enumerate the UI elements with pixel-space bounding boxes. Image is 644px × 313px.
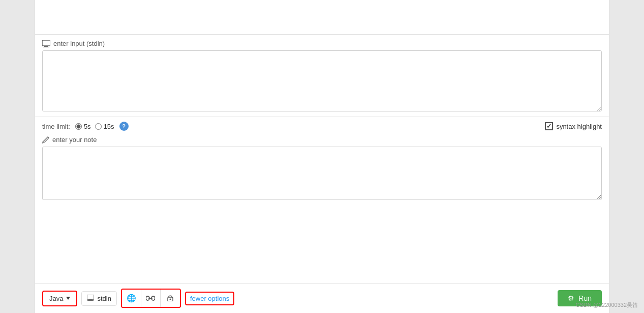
svg-rect-2 [43,47,49,47]
java-language-button[interactable]: Java [42,291,77,306]
stdin-section-label: enter input (stdin) [53,40,105,47]
radio-5s-label: 5s [84,123,91,130]
radio-15s-label: 15s [104,123,114,130]
svg-rect-5 [87,300,94,301]
visibility-icon-group: 🌐 [121,289,181,308]
watermark: CSDN @222000332吴笛 [576,301,638,309]
stdin-btn-icon [87,295,94,302]
globe-button[interactable]: 🌐 [122,290,141,307]
radio-15s-input[interactable] [95,123,102,130]
stdin-btn-label: stdin [97,295,111,302]
lock-icon [167,294,173,303]
top-left-pane [35,0,322,34]
svg-rect-3 [87,295,94,299]
note-section: enter your note [35,136,609,207]
radio-15s[interactable]: 15s [95,123,114,130]
stdin-label: enter input (stdin) [42,40,602,47]
radio-5s[interactable]: 5s [75,123,91,130]
lock-button[interactable] [161,290,180,307]
globe-icon: 🌐 [127,294,136,303]
stdin-section: enter input (stdin) [35,35,609,117]
note-label-row: enter your note [42,136,602,144]
stdin-icon [42,40,50,47]
radio-group: 5s 15s [75,123,114,130]
radio-5s-input[interactable] [75,123,82,130]
time-limit-left: time limit: 5s 15s ? [42,122,129,131]
syntax-highlight-checkbox[interactable] [545,122,553,130]
svg-point-9 [169,298,171,300]
note-textarea[interactable] [42,147,602,200]
svg-rect-4 [88,299,93,300]
syntax-highlight-area: syntax highlight [545,122,602,130]
stdin-textarea[interactable] [42,50,602,111]
stdin-button[interactable]: stdin [81,291,116,306]
bottom-toolbar: Java stdin 🌐 [35,283,609,313]
link-button[interactable] [141,290,161,307]
time-limit-row: time limit: 5s 15s ? syntax highlight [35,117,609,136]
time-limit-label: time limit: [42,123,70,130]
svg-rect-1 [44,46,48,47]
help-icon[interactable]: ? [119,122,129,131]
syntax-highlight-label: syntax highlight [556,123,602,130]
note-section-label: enter your note [52,136,97,144]
top-right-pane [322,0,609,34]
svg-rect-0 [42,40,50,46]
pencil-icon [42,136,49,144]
fewer-options-link[interactable]: fewer options [185,292,234,305]
java-label: Java [49,295,63,302]
java-dropdown-arrow [66,297,70,300]
link-icon [146,294,155,303]
gear-icon: ⚙ [568,294,574,302]
